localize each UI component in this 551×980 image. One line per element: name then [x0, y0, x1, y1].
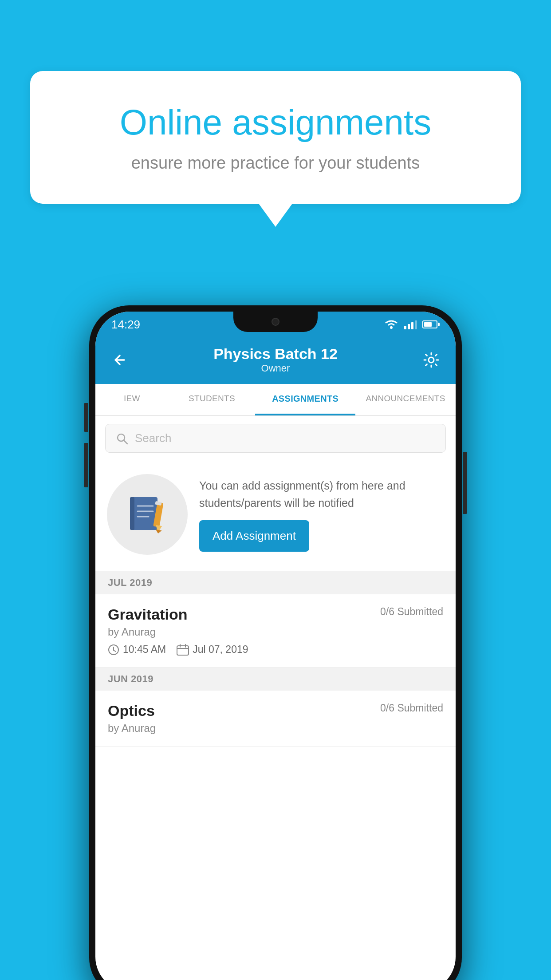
phone-frame: 14:29	[89, 305, 462, 980]
app-header: Physics Batch 12 Owner	[95, 337, 456, 384]
svg-marker-11	[155, 529, 161, 533]
svg-line-15	[114, 650, 116, 652]
search-placeholder: Search	[135, 431, 171, 445]
assignment-date-gravitation: Jul 07, 2019	[193, 644, 248, 656]
jul-2019-divider: JUL 2019	[95, 571, 456, 594]
tabs: IEW STUDENTS ASSIGNMENTS ANNOUNCEMENTS	[95, 384, 456, 416]
search-bar[interactable]: Search	[105, 424, 446, 453]
back-button[interactable]	[109, 349, 131, 371]
speech-bubble-subtitle: ensure more practice for your students	[66, 154, 485, 173]
notebook-circle	[107, 474, 188, 555]
assignment-submitted-optics: 0/6 Submitted	[380, 702, 443, 714]
time-display: 14:29	[111, 318, 140, 332]
settings-button[interactable]	[420, 349, 442, 371]
svg-line-3	[124, 440, 127, 444]
svg-rect-16	[177, 646, 189, 655]
search-icon	[115, 432, 129, 445]
assignment-by-optics: by Anurag	[108, 722, 443, 735]
add-assignment-button[interactable]: Add Assignment	[199, 520, 309, 552]
battery-icon	[422, 320, 440, 328]
phone-screen: 14:29	[95, 312, 456, 980]
calendar-icon	[177, 644, 189, 656]
notebook-icon	[126, 494, 169, 536]
tab-assignments[interactable]: ASSIGNMENTS	[255, 384, 355, 415]
clock-icon	[108, 644, 119, 656]
header-title-group: Physics Batch 12 Owner	[213, 345, 338, 374]
time-meta: 10:45 AM	[108, 644, 166, 656]
header-title: Physics Batch 12	[213, 345, 338, 363]
svg-point-1	[429, 357, 434, 363]
notch	[233, 312, 318, 332]
empty-state: You can add assignment(s) from here and …	[95, 461, 456, 571]
svg-point-0	[390, 326, 393, 329]
search-section: Search	[95, 416, 456, 461]
assignment-by-gravitation: by Anurag	[108, 626, 443, 638]
tab-announcements[interactable]: ANNOUNCEMENTS	[355, 384, 456, 415]
empty-state-description: You can add assignment(s) from here and …	[199, 477, 444, 512]
svg-rect-5	[130, 497, 134, 530]
settings-gear-icon	[422, 351, 440, 369]
signal-icon	[404, 320, 417, 329]
assignment-gravitation[interactable]: Gravitation 0/6 Submitted by Anurag 10:4…	[95, 594, 456, 668]
tab-students[interactable]: STUDENTS	[169, 384, 255, 415]
volume-up-button	[84, 403, 88, 432]
header-subtitle: Owner	[213, 363, 338, 374]
assignment-meta-gravitation: 10:45 AM Jul 07, 2019	[108, 644, 443, 656]
assignment-title-gravitation: Gravitation	[108, 606, 187, 623]
jun-2019-divider: JUN 2019	[95, 668, 456, 691]
speech-bubble: Online assignments ensure more practice …	[30, 71, 521, 204]
status-icons	[384, 319, 440, 330]
front-camera	[272, 318, 279, 326]
speech-bubble-container: Online assignments ensure more practice …	[30, 71, 521, 204]
back-arrow-icon	[112, 352, 128, 368]
assignment-optics[interactable]: Optics 0/6 Submitted by Anurag	[95, 691, 456, 747]
date-meta: Jul 07, 2019	[177, 644, 248, 656]
tab-iew[interactable]: IEW	[95, 384, 169, 415]
assignment-submitted-gravitation: 0/6 Submitted	[380, 606, 443, 618]
speech-bubble-title: Online assignments	[66, 102, 485, 143]
assignment-time-gravitation: 10:45 AM	[123, 644, 166, 656]
assignment-title-optics: Optics	[108, 702, 155, 719]
empty-state-content: You can add assignment(s) from here and …	[199, 477, 444, 552]
volume-down-button	[84, 443, 88, 487]
power-button	[463, 452, 467, 514]
wifi-icon	[384, 319, 399, 330]
